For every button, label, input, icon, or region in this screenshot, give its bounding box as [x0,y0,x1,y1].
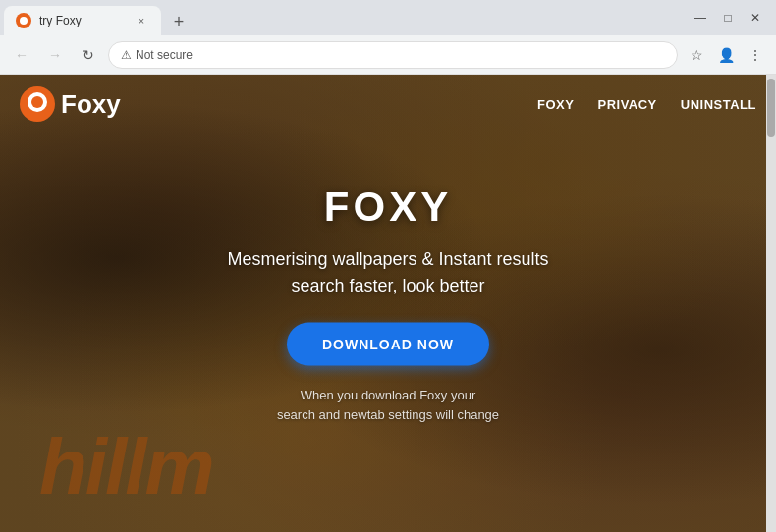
scrollbar-thumb[interactable] [767,79,775,137]
menu-button[interactable]: ⋮ [743,42,768,68]
site-navigation: Foxy FOXY PRIVACY UNINSTALL [0,75,776,133]
security-label: Not secure [136,48,193,62]
security-indicator: ⚠ Not secure [121,48,193,62]
forward-button[interactable]: → [41,41,69,69]
browser-frame: try Foxy × + — □ ✕ ← → ↻ ⚠ Not secure ☆ … [0,0,776,532]
warning-triangle-icon: ⚠ [121,48,132,62]
svg-point-2 [31,96,43,108]
minimize-button[interactable]: — [688,5,713,30]
subtitle-line2: search faster, look better [291,276,484,295]
bookmark-button[interactable]: ☆ [684,42,709,68]
omnibox-bar: ← → ↻ ⚠ Not secure ☆ 👤 ⋮ [0,35,776,75]
tab-close-button[interactable]: × [134,13,149,28]
hero-subtitle: Mesmerising wallpapers & Instant results… [142,246,634,299]
hero-title: FOXY [142,184,634,231]
site-logo[interactable]: Foxy [20,86,121,122]
disclaimer-line1: When you download Foxy your [301,388,475,402]
back-button[interactable]: ← [8,41,35,69]
tab-title: try Foxy [39,14,126,27]
nav-link-foxy[interactable]: FOXY [537,97,574,112]
scrollbar[interactable] [766,75,776,532]
download-button[interactable]: DOWNLOAD NOW [287,323,489,366]
title-bar: try Foxy × + — □ ✕ [0,0,776,35]
subtitle-line1: Mesmerising wallpapers & Instant results [227,249,548,269]
disclaimer-line2: search and newtab settings will change [277,406,499,421]
account-button[interactable]: 👤 [713,42,739,68]
tab-favicon [16,13,31,28]
window-controls: — □ ✕ [688,5,768,30]
close-button[interactable]: ✕ [743,5,768,30]
maximize-button[interactable]: □ [715,5,741,30]
nav-link-privacy[interactable]: PRIVACY [597,97,656,112]
website-content: Foxy FOXY PRIVACY UNINSTALL FOXY Mesmeri… [0,75,776,532]
logo-icon [20,86,55,122]
hero-disclaimer: When you download Foxy your search and n… [142,386,634,424]
tab-bar: try Foxy × + [4,0,688,35]
refresh-button[interactable]: ↻ [75,41,102,69]
new-tab-button[interactable]: + [165,8,193,35]
logo-text: Foxy [61,89,121,120]
omnibox-actions: ☆ 👤 ⋮ [684,42,768,68]
omnibox[interactable]: ⚠ Not secure [108,41,678,69]
active-tab[interactable]: try Foxy × [4,6,161,35]
nav-link-uninstall[interactable]: UNINSTALL [681,97,756,112]
nav-links: FOXY PRIVACY UNINSTALL [537,97,756,112]
hero-content: FOXY Mesmerising wallpapers & Instant re… [142,184,634,424]
